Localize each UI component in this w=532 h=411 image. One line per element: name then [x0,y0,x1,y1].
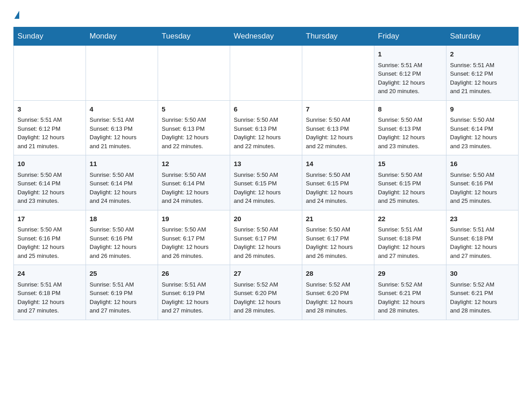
calendar-header: SundayMondayTuesdayWednesdayThursdayFrid… [14,27,519,46]
calendar-cell: 20Sunrise: 5:50 AM Sunset: 6:17 PM Dayli… [230,210,302,265]
day-number: 3 [17,104,82,115]
calendar-table: SundayMondayTuesdayWednesdayThursdayFrid… [13,27,519,320]
calendar-cell: 12Sunrise: 5:50 AM Sunset: 6:14 PM Dayli… [158,155,230,210]
week-row-1: 1Sunrise: 5:51 AM Sunset: 6:12 PM Daylig… [14,46,519,101]
calendar-cell: 27Sunrise: 5:52 AM Sunset: 6:20 PM Dayli… [230,265,302,320]
header-day-saturday: Saturday [446,27,519,46]
logo [13,11,20,19]
calendar-cell: 16Sunrise: 5:50 AM Sunset: 6:16 PM Dayli… [446,155,519,210]
day-info: Sunrise: 5:50 AM Sunset: 6:14 PM Dayligh… [162,171,226,206]
day-info: Sunrise: 5:51 AM Sunset: 6:12 PM Dayligh… [450,61,515,96]
calendar-cell: 10Sunrise: 5:50 AM Sunset: 6:14 PM Dayli… [14,155,86,210]
day-info: Sunrise: 5:50 AM Sunset: 6:17 PM Dayligh… [306,225,370,260]
day-number: 9 [450,104,515,115]
day-info: Sunrise: 5:50 AM Sunset: 6:15 PM Dayligh… [378,171,442,206]
day-number: 13 [234,159,298,169]
day-number: 29 [378,269,442,279]
day-number: 14 [306,159,370,169]
day-info: Sunrise: 5:50 AM Sunset: 6:15 PM Dayligh… [306,171,370,206]
calendar-cell: 15Sunrise: 5:50 AM Sunset: 6:15 PM Dayli… [374,155,446,210]
day-number: 19 [162,214,226,224]
day-number: 17 [17,214,82,224]
calendar-cell [86,46,158,101]
day-number: 28 [306,269,370,279]
day-info: Sunrise: 5:51 AM Sunset: 6:18 PM Dayligh… [17,280,82,315]
header-day-tuesday: Tuesday [158,27,230,46]
week-row-2: 3Sunrise: 5:51 AM Sunset: 6:12 PM Daylig… [14,100,519,155]
day-info: Sunrise: 5:52 AM Sunset: 6:21 PM Dayligh… [450,280,515,315]
calendar-cell: 14Sunrise: 5:50 AM Sunset: 6:15 PM Dayli… [302,155,374,210]
calendar-cell: 17Sunrise: 5:50 AM Sunset: 6:16 PM Dayli… [14,210,86,265]
calendar-cell: 18Sunrise: 5:50 AM Sunset: 6:16 PM Dayli… [86,210,158,265]
calendar-cell [302,46,374,101]
calendar-cell: 9Sunrise: 5:50 AM Sunset: 6:14 PM Daylig… [446,100,519,155]
day-number: 8 [378,104,442,115]
calendar-cell [14,46,86,101]
logo-top [13,11,20,19]
calendar-cell [230,46,302,101]
day-number: 10 [17,159,82,169]
day-number: 27 [234,269,298,279]
calendar-cell: 13Sunrise: 5:50 AM Sunset: 6:15 PM Dayli… [230,155,302,210]
day-number: 22 [378,214,442,224]
day-info: Sunrise: 5:50 AM Sunset: 6:16 PM Dayligh… [450,171,515,206]
day-info: Sunrise: 5:51 AM Sunset: 6:19 PM Dayligh… [90,280,154,315]
header-day-monday: Monday [86,27,158,46]
calendar-cell: 2Sunrise: 5:51 AM Sunset: 6:12 PM Daylig… [446,46,519,101]
day-number: 6 [234,104,298,115]
calendar-cell: 6Sunrise: 5:50 AM Sunset: 6:13 PM Daylig… [230,100,302,155]
page-header [13,11,519,19]
day-number: 18 [90,214,154,224]
day-number: 4 [90,104,154,115]
day-info: Sunrise: 5:50 AM Sunset: 6:16 PM Dayligh… [90,225,154,260]
day-number: 12 [162,159,226,169]
day-number: 1 [378,49,442,60]
calendar-cell [158,46,230,101]
day-info: Sunrise: 5:50 AM Sunset: 6:16 PM Dayligh… [17,225,82,260]
day-number: 26 [162,269,226,279]
day-info: Sunrise: 5:51 AM Sunset: 6:12 PM Dayligh… [17,116,82,150]
calendar-cell: 22Sunrise: 5:51 AM Sunset: 6:18 PM Dayli… [374,210,446,265]
day-number: 30 [450,269,515,279]
day-number: 20 [234,214,298,224]
calendar-cell: 8Sunrise: 5:50 AM Sunset: 6:13 PM Daylig… [374,100,446,155]
calendar-cell: 3Sunrise: 5:51 AM Sunset: 6:12 PM Daylig… [14,100,86,155]
day-info: Sunrise: 5:50 AM Sunset: 6:13 PM Dayligh… [162,116,226,150]
day-number: 15 [378,159,442,169]
day-info: Sunrise: 5:50 AM Sunset: 6:17 PM Dayligh… [162,225,226,260]
day-info: Sunrise: 5:52 AM Sunset: 6:20 PM Dayligh… [234,280,298,315]
day-number: 7 [306,104,370,115]
header-row: SundayMondayTuesdayWednesdayThursdayFrid… [14,27,519,46]
calendar-cell: 1Sunrise: 5:51 AM Sunset: 6:12 PM Daylig… [374,46,446,101]
day-number: 21 [306,214,370,224]
calendar-cell: 7Sunrise: 5:50 AM Sunset: 6:13 PM Daylig… [302,100,374,155]
calendar-cell: 5Sunrise: 5:50 AM Sunset: 6:13 PM Daylig… [158,100,230,155]
day-number: 16 [450,159,515,169]
header-day-wednesday: Wednesday [230,27,302,46]
week-row-4: 17Sunrise: 5:50 AM Sunset: 6:16 PM Dayli… [14,210,519,265]
day-info: Sunrise: 5:51 AM Sunset: 6:19 PM Dayligh… [162,280,226,315]
calendar-body: 1Sunrise: 5:51 AM Sunset: 6:12 PM Daylig… [14,46,519,320]
logo-triangle-icon [14,11,19,19]
calendar-cell: 24Sunrise: 5:51 AM Sunset: 6:18 PM Dayli… [14,265,86,320]
calendar-cell: 19Sunrise: 5:50 AM Sunset: 6:17 PM Dayli… [158,210,230,265]
day-info: Sunrise: 5:52 AM Sunset: 6:20 PM Dayligh… [306,280,370,315]
day-number: 24 [17,269,82,279]
header-day-friday: Friday [374,27,446,46]
calendar-cell: 29Sunrise: 5:52 AM Sunset: 6:21 PM Dayli… [374,265,446,320]
week-row-5: 24Sunrise: 5:51 AM Sunset: 6:18 PM Dayli… [14,265,519,320]
day-info: Sunrise: 5:50 AM Sunset: 6:13 PM Dayligh… [234,116,298,150]
calendar-cell: 26Sunrise: 5:51 AM Sunset: 6:19 PM Dayli… [158,265,230,320]
day-number: 11 [90,159,154,169]
day-info: Sunrise: 5:52 AM Sunset: 6:21 PM Dayligh… [378,280,442,315]
day-info: Sunrise: 5:50 AM Sunset: 6:14 PM Dayligh… [17,171,82,206]
calendar-cell: 23Sunrise: 5:51 AM Sunset: 6:18 PM Dayli… [446,210,519,265]
day-number: 23 [450,214,515,224]
calendar-cell: 21Sunrise: 5:50 AM Sunset: 6:17 PM Dayli… [302,210,374,265]
day-info: Sunrise: 5:50 AM Sunset: 6:17 PM Dayligh… [234,225,298,260]
day-info: Sunrise: 5:51 AM Sunset: 6:18 PM Dayligh… [450,225,515,260]
day-info: Sunrise: 5:51 AM Sunset: 6:12 PM Dayligh… [378,61,442,96]
day-number: 25 [90,269,154,279]
day-info: Sunrise: 5:51 AM Sunset: 6:13 PM Dayligh… [90,116,154,150]
calendar-cell: 30Sunrise: 5:52 AM Sunset: 6:21 PM Dayli… [446,265,519,320]
